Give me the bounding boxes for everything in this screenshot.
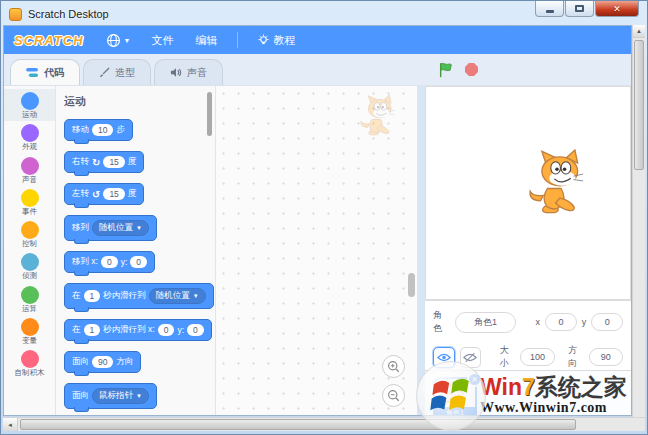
green-flag-button[interactable] <box>438 62 454 78</box>
block-value-input[interactable]: 90 <box>92 356 113 368</box>
band-divider <box>420 54 428 85</box>
editor-tabs: 代码 造型 声音 <box>4 54 420 85</box>
x-input[interactable]: 0 <box>545 313 577 331</box>
y-input[interactable]: 0 <box>591 313 623 331</box>
delete-sprite-button[interactable]: ✕ <box>467 372 482 387</box>
scroll-up-arrow[interactable]: ▲ <box>633 25 645 38</box>
category-sound-icon <box>21 157 39 175</box>
delete-icon: ✕ <box>471 375 478 384</box>
block-value-input[interactable]: 0 <box>101 256 118 268</box>
sprite-name-input[interactable]: 角色1 <box>455 312 516 333</box>
zoom-in-button[interactable] <box>382 355 405 378</box>
chevron-down-icon: ▼ <box>136 393 142 399</box>
window-horizontal-scrollbar[interactable]: ◄ <box>3 417 645 431</box>
palette-category-header: 运动 <box>64 94 215 109</box>
menu-bar: SCRATCH ▼ 文件 编辑 <box>4 26 631 54</box>
tab-sounds[interactable]: 声音 <box>154 59 223 85</box>
cat-sprite[interactable] <box>524 143 590 223</box>
horizontal-scroll-thumb[interactable] <box>20 419 576 430</box>
canvas-scrollbar[interactable] <box>408 273 415 297</box>
turn-cw-icon: ↻ <box>92 157 100 168</box>
zoom-out-button[interactable] <box>382 384 405 407</box>
tab-code-label: 代码 <box>44 66 64 80</box>
language-selector[interactable]: ▼ <box>98 29 139 52</box>
palette-block[interactable]: 在1秒内滑行到随机位置▼ <box>64 283 214 309</box>
block-label: 左转 <box>72 188 89 200</box>
tab-code[interactable]: 代码 <box>10 59 80 85</box>
block-dropdown-label: 随机位置 <box>99 222 133 234</box>
minimize-button[interactable] <box>535 1 564 17</box>
block-label: 在 <box>72 290 81 302</box>
block-value-input[interactable]: 15 <box>103 156 124 168</box>
category-myblocks[interactable]: 自制积木 <box>4 347 55 379</box>
block-value-input[interactable]: 0 <box>130 256 147 268</box>
palette-block[interactable]: 左转↺15度 <box>64 183 144 205</box>
maximize-button[interactable] <box>565 1 594 17</box>
palette-block[interactable]: 在1秒内滑行到 x:0y:0 <box>64 319 212 341</box>
palette-block[interactable]: 右转↻15度 <box>64 151 144 173</box>
scratch-logo: SCRATCH <box>14 33 84 48</box>
category-sensing[interactable]: 侦测 <box>4 250 55 282</box>
category-variables-icon <box>21 318 39 336</box>
block-dropdown[interactable]: 随机位置▼ <box>149 288 206 304</box>
block-value-input[interactable]: 1 <box>84 290 101 302</box>
block-dropdown-label: 随机位置 <box>156 290 190 302</box>
hide-sprite-button[interactable] <box>460 347 482 368</box>
category-looks[interactable]: 外观 <box>4 121 55 153</box>
menu-separator <box>237 32 238 48</box>
tab-costumes[interactable]: 造型 <box>83 59 151 85</box>
menu-file[interactable]: 文件 <box>143 29 183 52</box>
category-variables[interactable]: 变量 <box>4 315 55 347</box>
category-motion-icon <box>21 92 39 110</box>
direction-input[interactable]: 90 <box>589 348 623 366</box>
sprite-info-panel: 角色 角色1 x 0 y 0 <box>425 300 631 370</box>
app-icon <box>9 8 22 21</box>
palette-block[interactable]: 面向鼠标指针▼ <box>64 383 157 409</box>
stop-button[interactable] <box>465 63 478 76</box>
code-canvas[interactable] <box>216 86 417 415</box>
palette-scrollbar[interactable] <box>207 92 212 136</box>
block-dropdown[interactable]: 随机位置▼ <box>92 220 149 236</box>
menu-edit[interactable]: 编辑 <box>187 29 227 52</box>
block-label: 方向 <box>116 356 133 368</box>
palette-block[interactable]: 面向90方向 <box>64 351 141 373</box>
app-window: Scratch Desktop ✕ SCRATCH ▼ 文件 编辑 <box>0 0 648 435</box>
window-vertical-scrollbar[interactable]: ▲ <box>632 25 645 417</box>
block-label: 右转 <box>72 156 89 168</box>
tab-costumes-label: 造型 <box>115 66 135 80</box>
turn-ccw-icon: ↺ <box>92 189 100 200</box>
vertical-scroll-thumb[interactable] <box>634 40 644 170</box>
block-value-input[interactable]: 1 <box>84 324 101 336</box>
category-control[interactable]: 控制 <box>4 218 55 250</box>
palette-block[interactable]: 移到 x:0y:0 <box>64 251 155 273</box>
block-dropdown-label: 鼠标指针 <box>99 390 133 402</box>
category-operators-icon <box>21 286 39 304</box>
category-label: 控制 <box>22 240 37 248</box>
block-value-input[interactable]: 0 <box>158 324 175 336</box>
block-dropdown[interactable]: 鼠标指针▼ <box>92 388 149 404</box>
category-label: 自制积木 <box>15 369 45 377</box>
category-operators[interactable]: 运算 <box>4 283 55 315</box>
block-value-input[interactable]: 15 <box>103 188 124 200</box>
size-input[interactable]: 100 <box>520 348 554 366</box>
palette-block[interactable]: 移到随机位置▼ <box>64 215 157 241</box>
chevron-down-icon: ▼ <box>193 293 199 299</box>
category-motion[interactable]: 运动 <box>4 89 55 121</box>
menu-tutorials[interactable]: 教程 <box>248 29 305 52</box>
category-sound[interactable]: 声音 <box>4 154 55 186</box>
block-value-input[interactable]: 0 <box>187 324 204 336</box>
stage-controls <box>428 54 631 85</box>
close-button[interactable]: ✕ <box>595 1 639 17</box>
palette-block[interactable]: 移动10步 <box>64 119 133 141</box>
block-value-input[interactable]: 10 <box>92 124 113 136</box>
block-label: 移到 x: <box>72 256 98 268</box>
sprite-thumbnail[interactable]: 角色1 ✕ <box>433 377 477 415</box>
x-label: x <box>536 317 541 327</box>
y-label: y <box>582 317 587 327</box>
scroll-left-arrow[interactable]: ◄ <box>3 418 18 431</box>
show-sprite-button[interactable] <box>433 347 455 368</box>
block-label: y: <box>121 257 128 267</box>
category-events[interactable]: 事件 <box>4 186 55 218</box>
stage[interactable] <box>425 86 631 300</box>
block-label: 步 <box>116 124 125 136</box>
